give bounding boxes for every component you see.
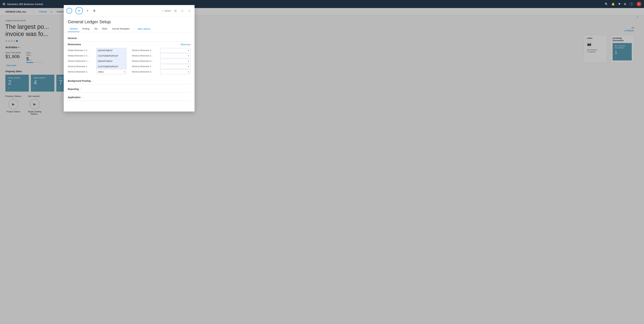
general-section-header[interactable]: General › <box>68 35 190 41</box>
shortcut-dim-5-chevron: ▾ <box>188 55 189 57</box>
tab-journal-templates[interactable]: Journal Templates <box>110 26 132 32</box>
shortcut-dim-5-label: Shortcut Dimension 5... <box>132 55 159 57</box>
general-section-title: General <box>68 37 76 39</box>
dimensions-title: Dimensions <box>68 43 81 46</box>
search-icon[interactable]: 🔍 <box>605 2 608 6</box>
modal-body: General › Dimensions Show less Global Di… <box>64 32 194 105</box>
background-posting-arrow: › <box>92 80 92 82</box>
add-button[interactable]: + <box>85 8 90 13</box>
shortcut-dim-3-value: AREA <box>98 71 104 73</box>
shortcut-dim-6-chevron: ▾ <box>188 60 189 62</box>
dimensions-section: Dimensions Show less Global Dimension 1 … <box>68 43 190 75</box>
gear-icon[interactable]: ⚙ <box>624 2 626 6</box>
background-posting-title: Background Posting <box>68 80 91 82</box>
bookmark-icon[interactable]: ⊡ <box>173 8 178 13</box>
reporting-header[interactable]: Reporting › <box>68 86 190 92</box>
user-avatar[interactable]: F <box>636 2 641 6</box>
saved-checkmark: ✓ <box>162 9 164 12</box>
flag-icon[interactable]: ⚑ <box>618 2 620 6</box>
tab-posting[interactable]: Posting <box>80 26 92 32</box>
modal-action-buttons: ✓ Saved ⊡ ⤢ ⤡ <box>162 8 192 13</box>
shortcut-dim-7-chevron: ▾ <box>188 65 189 68</box>
field-row-shortcut-6: Shortcut Dimension 6... ▾ <box>132 59 190 63</box>
application-arrow: › <box>82 96 82 98</box>
shortcut-dim-7-select[interactable]: ▾ <box>160 64 190 69</box>
field-row-global-dim-1: Global Dimension 1 C... DEPARTMENT <box>68 48 126 53</box>
saved-indicator: ✓ Saved <box>162 9 171 12</box>
shortcut-dim-8-select[interactable]: ▾ <box>160 69 190 74</box>
reporting-section: Reporting › <box>68 86 190 93</box>
dimensions-left-col: Global Dimension 1 C... DEPARTMENT Globa… <box>68 48 126 75</box>
shortcut-dim-8-chevron: ▾ <box>188 71 189 73</box>
background-posting-section: Background Posting › <box>68 78 190 84</box>
shortcut-dim-4-chevron: ▾ <box>188 49 189 52</box>
reporting-arrow: › <box>80 88 80 90</box>
grid-icon[interactable]: ⊞ <box>3 2 5 6</box>
modal-toolbar: ‹ ✏ + 🗑 ✓ Saved ⊡ ⤢ ⤡ <box>64 5 194 16</box>
reporting-title: Reporting <box>68 88 79 90</box>
app-title: Dynamics 365 Business Central <box>7 3 43 5</box>
shortcut-dim-2-value[interactable]: CUSTOMERGROUP <box>96 64 126 69</box>
dimensions-header: Dimensions Show less <box>68 43 190 46</box>
global-dim-1-value[interactable]: DEPARTMENT <box>96 48 126 53</box>
field-row-shortcut-3: Shortcut Dimension 3... AREA ▾ <box>68 69 126 74</box>
shortcut-dim-8-label: Shortcut Dimension 8... <box>132 71 159 73</box>
general-ledger-setup-modal: ‹ ✏ + 🗑 ✓ Saved ⊡ ⤢ ⤡ General Ledger Set… <box>64 5 194 112</box>
shortcut-dim-4-label: Shortcut Dimension 4... <box>132 49 159 52</box>
application-title: Application <box>68 96 80 99</box>
shortcut-dim-6-label: Shortcut Dimension 6... <box>132 60 159 62</box>
delete-button[interactable]: 🗑 <box>92 8 97 13</box>
field-row-shortcut-2: Shortcut Dimension 2... CUSTOMERGROUP <box>68 64 126 69</box>
shortcut-dim-1-value[interactable]: DEPARTMENT <box>96 59 126 63</box>
tab-bank[interactable]: Bank <box>100 26 109 32</box>
shortcut-dim-1-label: Shortcut Dimension 1... <box>68 60 94 62</box>
back-button[interactable]: ‹ <box>66 8 72 13</box>
background-posting-header[interactable]: Background Posting › <box>68 78 190 84</box>
application-section: Application › <box>68 94 190 101</box>
dimensions-right-col: Shortcut Dimension 4... ▾ Shortcut Dimen… <box>132 48 190 75</box>
modal-title: General Ledger Setup <box>64 16 194 26</box>
global-dim-2-value[interactable]: CUSTOMERGROUP <box>96 53 126 58</box>
shortcut-dim-4-select[interactable]: ▾ <box>160 48 190 53</box>
edit-button[interactable]: ✏ <box>76 7 83 14</box>
field-row-shortcut-4: Shortcut Dimension 4... ▾ <box>132 48 190 53</box>
modal-tabs: General Posting Tax Bank Journal Templat… <box>64 26 194 32</box>
help-icon[interactable]: ? <box>630 2 633 6</box>
shortcut-dim-7-label: Shortcut Dimension 7... <box>132 65 159 68</box>
field-row-shortcut-8: Shortcut Dimension 8... ▾ <box>132 69 190 74</box>
top-nav-icons: 🔍 🔔 ⚑ ⚙ ? F <box>605 2 641 6</box>
shortcut-dim-3-select[interactable]: AREA ▾ <box>96 69 126 74</box>
dimensions-grid: Global Dimension 1 C... DEPARTMENT Globa… <box>68 48 190 75</box>
shortcut-dim-6-select[interactable]: ▾ <box>160 59 190 63</box>
general-section-arrow: › <box>78 37 78 39</box>
tab-general[interactable]: General <box>68 26 80 32</box>
more-options-tab[interactable]: More options <box>136 26 152 32</box>
global-dim-1-label: Global Dimension 1 C... <box>68 49 94 52</box>
shortcut-dim-5-select[interactable]: ▾ <box>160 53 190 58</box>
general-section: General › <box>68 35 190 42</box>
global-dim-2-label: Global Dimension 2 C... <box>68 55 94 57</box>
open-new-window-icon[interactable]: ⤢ <box>180 8 185 13</box>
tab-tax[interactable]: Tax <box>92 26 100 32</box>
bell-icon[interactable]: 🔔 <box>612 2 615 6</box>
shortcut-dim-3-chevron: ▾ <box>124 71 125 73</box>
field-row-shortcut-7: Shortcut Dimension 7... ▾ <box>132 64 190 69</box>
field-row-shortcut-1: Shortcut Dimension 1... DEPARTMENT <box>68 59 126 63</box>
field-row-global-dim-2: Global Dimension 2 C... CUSTOMERGROUP <box>68 53 126 58</box>
saved-label: Saved <box>164 9 171 12</box>
fullscreen-icon[interactable]: ⤡ <box>187 8 192 13</box>
show-less-link[interactable]: Show less <box>180 43 190 46</box>
field-row-shortcut-5: Shortcut Dimension 5... ▾ <box>132 53 190 58</box>
shortcut-dim-2-label: Shortcut Dimension 2... <box>68 65 94 68</box>
application-header[interactable]: Application › <box>68 94 190 101</box>
shortcut-dim-3-label: Shortcut Dimension 3... <box>68 71 94 73</box>
